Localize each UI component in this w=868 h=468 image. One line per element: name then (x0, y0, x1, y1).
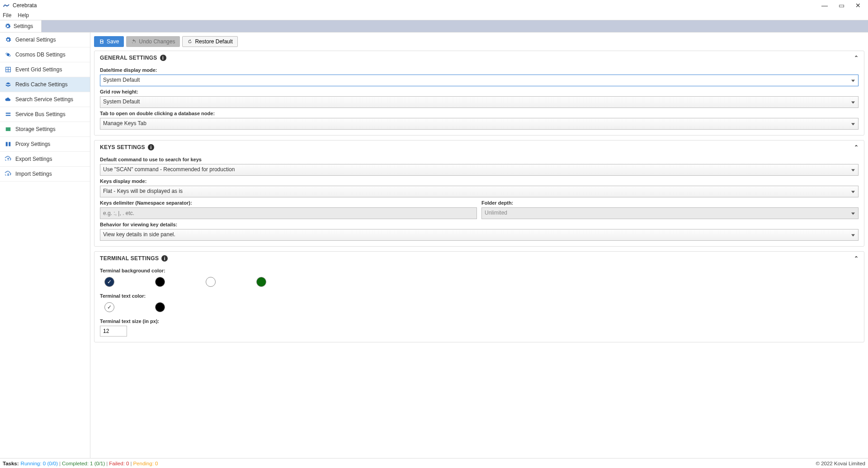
chevron-up-icon[interactable]: ⌃ (854, 255, 859, 262)
sidebar-item-label: Cosmos DB Settings (15, 51, 66, 58)
undo-icon (131, 39, 137, 44)
sidebar-item-label: Event Grid Settings (15, 66, 62, 73)
displaymode-label: Keys display mode: (100, 178, 859, 184)
svg-rect-5 (6, 127, 11, 131)
behavior-label: Behavior for viewing key details: (100, 222, 859, 227)
rowheight-select[interactable]: System Default (100, 96, 859, 108)
status-completed: Completed: 1 (0/1) (62, 461, 105, 466)
bgcolor-black[interactable] (155, 277, 165, 287)
save-button[interactable]: Save (94, 36, 124, 47)
svg-point-0 (7, 53, 9, 56)
restore-icon (187, 39, 193, 44)
sidebar-item-label: Service Bus Settings (15, 111, 66, 117)
info-icon[interactable]: i (148, 144, 154, 150)
menu-file[interactable]: File (3, 12, 11, 19)
textsize-label: Terminal text size (in px): (100, 318, 859, 324)
save-button-label: Save (107, 38, 119, 45)
copyright: © 2022 Kovai Limited (816, 461, 865, 466)
terminal-settings-header[interactable]: TERMINAL SETTINGS i ⌃ (94, 252, 864, 265)
bgcolor-label: Terminal background color: (100, 268, 859, 273)
terminal-settings-panel: TERMINAL SETTINGS i ⌃ Terminal backgroun… (94, 251, 864, 342)
textcolor-options (100, 300, 859, 316)
sidebar-item-eventgrid[interactable]: Event Grid Settings (0, 62, 90, 77)
chevron-up-icon[interactable]: ⌃ (854, 144, 859, 150)
event-grid-icon (5, 66, 12, 73)
bgcolor-options (100, 275, 859, 290)
tab-settings[interactable]: Settings (0, 20, 42, 32)
sidebar-item-import[interactable]: Import Settings (0, 167, 90, 182)
redis-icon (5, 81, 12, 88)
menubar: File Help (0, 11, 868, 20)
app-title: Cerebrata (13, 2, 37, 9)
datetime-mode-select[interactable]: System Default (100, 75, 859, 86)
sidebar-item-label: Export Settings (15, 156, 52, 162)
import-icon (5, 170, 12, 178)
sidebar-item-label: Storage Settings (15, 126, 56, 132)
sidebar-item-proxy[interactable]: Proxy Settings (0, 137, 90, 152)
textsize-input[interactable] (100, 326, 127, 337)
export-icon (5, 155, 12, 163)
sidebar-item-export[interactable]: Export Settings (0, 152, 90, 167)
delimiter-input (100, 207, 477, 219)
datetime-mode-label: Date/time display mode: (100, 67, 859, 73)
window-minimize-icon[interactable]: — (821, 2, 828, 9)
toolbar: Save Undo Changes Restore Default (94, 36, 864, 47)
status-running: Running: 0 (0/0) (21, 461, 58, 466)
app-logo-icon (3, 3, 10, 8)
sidebar-item-label: Proxy Settings (15, 141, 50, 147)
cloud-search-icon (5, 96, 12, 103)
main-content: Save Undo Changes Restore Default GENERA… (90, 33, 868, 458)
sidebar-item-label: General Settings (15, 37, 56, 43)
proxy-icon (5, 140, 12, 148)
undo-button: Undo Changes (126, 36, 180, 47)
textcolor-white[interactable] (104, 302, 114, 312)
sidebar-item-servicebus[interactable]: Service Bus Settings (0, 107, 90, 122)
restore-button-label: Restore Default (195, 38, 232, 45)
sidebar-item-cosmos[interactable]: Cosmos DB Settings (0, 47, 90, 62)
general-settings-panel: GENERAL SETTINGS i ⌃ Date/time display m… (94, 51, 864, 136)
sidebar-item-search[interactable]: Search Service Settings (0, 92, 90, 107)
general-settings-header[interactable]: GENERAL SETTINGS i ⌃ (94, 51, 864, 65)
sidebar: General Settings Cosmos DB Settings Even… (0, 33, 90, 458)
displaymode-select[interactable]: Flat - Keys will be displayed as is (100, 186, 859, 197)
sidebar-item-label: Import Settings (15, 171, 52, 177)
bgcolor-white[interactable] (206, 277, 216, 287)
sidebar-item-redis[interactable]: Redis Cache Settings (0, 77, 90, 92)
textcolor-black[interactable] (155, 302, 165, 312)
bgcolor-navy[interactable] (104, 277, 114, 287)
save-icon (99, 39, 104, 44)
status-pending: Pending: 0 (133, 461, 158, 466)
textcolor-label: Terminal text color: (100, 293, 859, 299)
gear-icon (5, 36, 12, 43)
tab-settings-label: Settings (14, 23, 33, 29)
restore-default-button[interactable]: Restore Default (182, 36, 237, 47)
sidebar-item-label: Search Service Settings (15, 96, 73, 103)
tab-strip: Settings (0, 20, 868, 33)
searchcmd-label: Default command to use to search for key… (100, 157, 859, 162)
bgcolor-green[interactable] (256, 277, 266, 287)
window-close-icon[interactable]: ✕ (855, 2, 861, 9)
cosmos-icon (5, 51, 12, 58)
behavior-select[interactable]: View key details in side panel. (100, 229, 859, 241)
undo-button-label: Undo Changes (139, 38, 175, 45)
svg-rect-7 (9, 142, 10, 146)
sidebar-item-storage[interactable]: Storage Settings (0, 122, 90, 137)
info-icon[interactable]: i (160, 55, 166, 61)
keys-settings-header[interactable]: KEYS SETTINGS i ⌃ (94, 140, 864, 154)
dbtab-label: Tab to open on double clicking a databas… (100, 111, 859, 116)
statusbar: Tasks: Running: 0 (0/0) | Completed: 1 (… (0, 458, 868, 468)
menu-help[interactable]: Help (18, 12, 29, 19)
panel-title: KEYS SETTINGS (100, 144, 145, 150)
window-maximize-icon[interactable]: ▭ (839, 2, 844, 9)
sidebar-item-general[interactable]: General Settings (0, 33, 90, 47)
keys-settings-panel: KEYS SETTINGS i ⌃ Default command to use… (94, 140, 864, 247)
dbtab-select[interactable]: Manage Keys Tab (100, 118, 859, 130)
rowheight-label: Grid row height: (100, 89, 859, 94)
info-icon[interactable]: i (161, 255, 168, 262)
service-bus-icon (5, 111, 12, 118)
folderdepth-label: Folder depth: (481, 200, 859, 206)
searchcmd-select[interactable]: Use "SCAN" command - Recommended for pro… (100, 164, 859, 176)
chevron-up-icon[interactable]: ⌃ (854, 55, 859, 61)
status-failed: Failed: 0 (109, 461, 129, 466)
svg-rect-6 (6, 142, 8, 146)
